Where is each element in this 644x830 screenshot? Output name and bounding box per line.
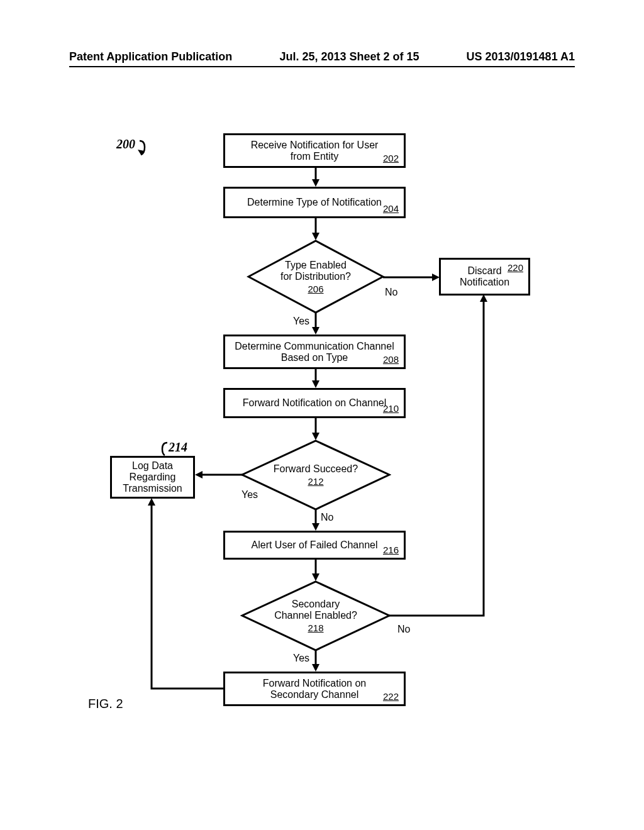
arrow-icon (312, 168, 319, 187)
dec-212-text: Forward Succeed? (274, 463, 358, 475)
box-202-text: Receive Notification for User from Entit… (251, 140, 379, 162)
arrow-icon (312, 650, 319, 672)
arrow-icon (312, 418, 319, 440)
box-216-text: Alert User of Failed Channel (252, 540, 378, 551)
dec-218-line1: Secondary (292, 599, 340, 610)
flowchart-diagram: 200 Receive Notification for User from E… (69, 126, 572, 761)
box-222-text: Forward Notification on Secondary Channe… (263, 678, 367, 700)
label-yes-206: Yes (293, 316, 309, 327)
box-220-line1: Discard (467, 265, 501, 277)
label-no-212: No (321, 512, 333, 523)
label-yes-218: Yes (293, 653, 309, 664)
box-204-text: Determine Type of Notification (247, 197, 382, 208)
decision-forward-succeed: Forward Succeed? 212 (240, 439, 391, 511)
arrow-icon (312, 313, 319, 335)
header-right: US 2013/0191481 A1 (467, 50, 575, 64)
arrow-icon (312, 560, 319, 581)
decision-secondary-enabled: Secondary Channel Enabled? 218 (240, 580, 391, 652)
box-204-ref: 204 (383, 203, 399, 214)
dec-218-line2: Channel Enabled? (274, 610, 357, 621)
arrow-icon (383, 273, 440, 282)
dec-206-ref: 206 (308, 284, 323, 294)
svg-marker-25 (148, 498, 155, 506)
arrow-icon (195, 470, 244, 479)
arrow-icon (312, 369, 319, 388)
dec-212-ref: 212 (308, 476, 323, 487)
page-header: Patent Application Publication Jul. 25, … (69, 50, 575, 67)
svg-marker-11 (312, 380, 319, 388)
box-alert-failed: Alert User of Failed Channel 216 (223, 531, 406, 560)
decision-type-enabled: Type Enabled for Distribution? 206 (247, 239, 385, 314)
box-222-ref: 222 (383, 691, 399, 702)
arrow-icon (312, 218, 319, 240)
label-no-218: No (397, 624, 410, 635)
svg-marker-18 (312, 523, 319, 531)
box-forward-channel: Forward Notification on Channel 210 (223, 388, 406, 418)
arrow-icon (312, 509, 319, 531)
header-left: Patent Application Publication (69, 50, 232, 64)
box-forward-secondary: Forward Notification on Secondary Channe… (223, 672, 406, 706)
label-yes-212: Yes (242, 489, 258, 501)
box-214-line1: Log Data (132, 460, 173, 472)
dec-206-line1: Type Enabled (285, 260, 347, 271)
dec-206-line2: for Distribution? (280, 271, 351, 282)
box-210-text: Forward Notification on Channel (243, 397, 387, 409)
svg-marker-16 (195, 471, 203, 479)
box-214-ref-label: 214 (169, 440, 187, 455)
box-214-line3: Transmission (123, 483, 182, 494)
box-receive-notification: Receive Notification for User from Entit… (223, 133, 406, 168)
box-determine-type: Determine Type of Notification 204 (223, 187, 406, 218)
ref-200: 200 (116, 137, 135, 152)
svg-marker-9 (312, 327, 319, 335)
box-208-text: Determine Communication Channel Based on… (235, 341, 394, 363)
ref-hook-icon (137, 140, 156, 158)
box-discard: Discard Notification 220 (439, 258, 530, 296)
svg-marker-2 (312, 179, 319, 187)
box-214-line2: Regarding (130, 472, 176, 483)
box-determine-channel: Determine Communication Channel Based on… (223, 335, 406, 369)
header-center: Jul. 25, 2013 Sheet 2 of 15 (279, 50, 419, 64)
svg-marker-22 (480, 294, 487, 302)
arrow-icon (389, 293, 490, 622)
dec-218-ref: 218 (308, 622, 323, 633)
arrow-icon (148, 497, 230, 695)
box-220-ref: 220 (508, 262, 523, 273)
box-202-ref: 202 (383, 153, 399, 163)
box-220-line2: Notification (460, 277, 509, 288)
figure-label: FIG. 2 (88, 697, 123, 711)
box-log-data: Log Data Regarding Transmission (110, 456, 195, 499)
svg-marker-24 (312, 664, 319, 672)
